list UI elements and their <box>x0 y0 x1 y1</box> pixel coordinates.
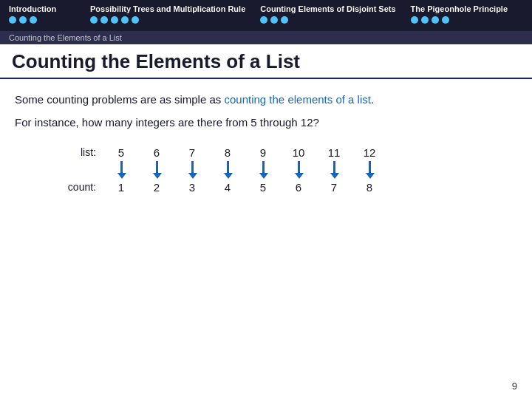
paragraph-1-end: . <box>371 93 374 106</box>
nav-section-introduction-label: Introduction <box>9 4 75 13</box>
nav-dot <box>421 16 429 24</box>
down-arrow-icon <box>224 161 231 179</box>
arrow-col <box>174 159 210 181</box>
main-content: Some counting problems are as simple as … <box>0 79 532 201</box>
arrow-col <box>245 159 281 181</box>
nav-dot <box>111 16 118 24</box>
nav-dot <box>270 16 278 24</box>
down-arrow-icon <box>188 161 196 179</box>
nav-section-possibility[interactable]: Possibility Trees and Multiplication Rul… <box>87 3 257 25</box>
arrow-col <box>352 159 387 181</box>
down-arrow-icon <box>117 161 125 179</box>
arrow-col <box>103 159 139 181</box>
nav-section-disjoint-label: Counting Elements of Disjoint Sets <box>260 4 395 13</box>
nav-dot <box>30 16 37 24</box>
paragraph-1-plain: Some counting problems are as simple as <box>15 93 224 106</box>
list-value-10: 10 <box>281 146 316 159</box>
section-title-bar: Counting the Elements of a List <box>0 44 532 79</box>
nav-dot <box>100 16 108 24</box>
nav-dot <box>9 16 16 24</box>
down-arrow-icon <box>259 161 267 179</box>
count-value-1: 1 <box>103 181 139 194</box>
list-value-9: 9 <box>245 146 281 159</box>
page-number: 9 <box>512 381 517 392</box>
top-navigation: Introduction Possibility Trees and Multi… <box>0 0 532 31</box>
count-label: count: <box>59 181 103 193</box>
count-value-2: 2 <box>139 181 174 194</box>
nav-dot <box>432 16 439 24</box>
list-value-8: 8 <box>210 146 245 159</box>
count-value-6: 6 <box>281 181 316 194</box>
list-diagram: list: 5 6 7 8 9 10 11 12 cou <box>59 146 517 194</box>
nav-dot <box>260 16 267 24</box>
paragraph-1: Some counting problems are as simple as … <box>15 91 517 108</box>
list-values: 5 6 7 8 9 10 11 12 <box>103 146 387 159</box>
paragraph-1-highlight: counting the elements of a list <box>224 93 370 106</box>
nav-dots-possibility <box>90 16 245 24</box>
nav-section-pigeonhole[interactable]: The Pigeonhole Principle <box>408 3 519 25</box>
list-value-7: 7 <box>174 146 210 159</box>
arrow-col <box>139 159 174 181</box>
down-arrow-icon <box>330 161 338 179</box>
nav-dots-pigeonhole <box>411 16 508 24</box>
nav-section-pigeonhole-label: The Pigeonhole Principle <box>411 4 508 13</box>
arrow-col <box>210 159 245 181</box>
breadcrumb: Counting the Elements of a List <box>0 31 532 44</box>
nav-dot <box>281 16 288 24</box>
list-value-12: 12 <box>352 146 387 159</box>
count-value-4: 4 <box>210 181 245 194</box>
nav-dot <box>132 16 139 24</box>
arrows-row <box>103 159 517 181</box>
list-row: list: 5 6 7 8 9 10 11 12 <box>59 146 517 159</box>
nav-section-possibility-label: Possibility Trees and Multiplication Rul… <box>90 4 245 13</box>
nav-dots-disjoint <box>260 16 395 24</box>
nav-dot <box>121 16 129 24</box>
nav-section-introduction[interactable]: Introduction <box>6 3 87 25</box>
arrow-col <box>316 159 352 181</box>
down-arrow-icon <box>295 161 302 179</box>
arrow-col <box>281 159 316 181</box>
count-value-3: 3 <box>174 181 210 194</box>
down-arrow-icon <box>153 161 160 179</box>
nav-dot <box>411 16 418 24</box>
count-value-5: 5 <box>245 181 281 194</box>
nav-dot <box>90 16 98 24</box>
nav-dot <box>442 16 449 24</box>
list-value-5: 5 <box>103 146 139 159</box>
list-value-11: 11 <box>316 146 352 159</box>
list-value-6: 6 <box>139 146 174 159</box>
count-values: 1 2 3 4 5 6 7 8 <box>103 181 387 194</box>
paragraph-2: For instance, how many integers are ther… <box>15 114 517 131</box>
nav-dots-introduction <box>9 16 75 24</box>
nav-dot <box>19 16 27 24</box>
section-title: Counting the Elements of a List <box>12 50 520 73</box>
down-arrow-icon <box>366 161 373 179</box>
nav-section-disjoint[interactable]: Counting Elements of Disjoint Sets <box>257 3 407 25</box>
count-row: count: 1 2 3 4 5 6 7 8 <box>59 181 517 194</box>
count-value-8: 8 <box>352 181 387 194</box>
count-value-7: 7 <box>316 181 352 194</box>
breadcrumb-text: Counting the Elements of a List <box>9 33 122 42</box>
list-label: list: <box>59 146 103 158</box>
